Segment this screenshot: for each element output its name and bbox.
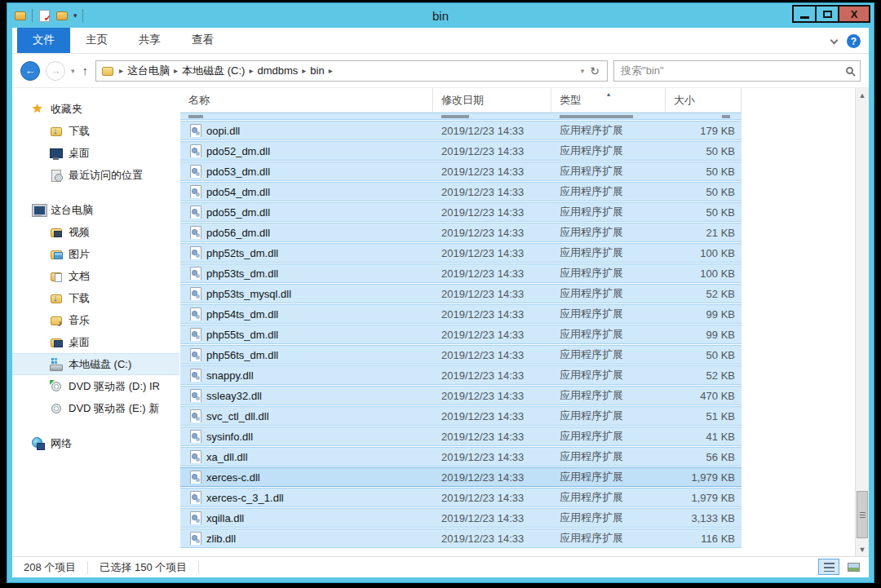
up-button[interactable]: ↑	[81, 64, 91, 77]
dll-file-icon	[188, 532, 201, 545]
table-row[interactable]: pdo52_dm.dll2019/12/23 14:33应用程序扩展50 KB	[180, 141, 742, 161]
table-row[interactable]: pdo55_dm.dll2019/12/23 14:33应用程序扩展50 KB	[180, 202, 742, 222]
column-header-修改日期[interactable]: 修改日期	[433, 88, 551, 112]
table-row[interactable]: xerces-c.dll2019/12/23 14:33应用程序扩展1,979 …	[180, 467, 742, 487]
breadcrumb[interactable]: ▸这台电脑▸本地磁盘 (C:)▸dmdbms▸bin▸ ▾ ↻	[95, 60, 608, 82]
sidebar-item-音乐[interactable]: 音乐	[12, 309, 179, 331]
table-row[interactable]: php52ts_dm.dll2019/12/23 14:33应用程序扩展100 …	[180, 243, 742, 263]
table-row-partial[interactable]	[180, 113, 742, 120]
breadcrumb-separator-icon: ▸	[117, 66, 125, 75]
table-row[interactable]: php55ts_dm.dll2019/12/23 14:33应用程序扩展99 K…	[180, 325, 742, 344]
file-type-cell: 应用程序扩展	[551, 470, 666, 484]
sidebar-item-收藏夹[interactable]: 收藏夹	[12, 98, 179, 120]
scroll-down-icon[interactable]: ▼	[856, 542, 869, 556]
folder-icon	[101, 64, 114, 77]
forward-button[interactable]: →	[46, 61, 65, 81]
table-row[interactable]: php53ts_mysql.dll2019/12/23 14:33应用程序扩展5…	[180, 284, 742, 303]
sidebar-item-最近访问的位置[interactable]: 最近访问的位置	[12, 164, 179, 186]
file-type-cell: 应用程序扩展	[551, 327, 666, 342]
help-icon[interactable]: ?	[847, 34, 861, 48]
tab-文件[interactable]: 文件	[17, 28, 70, 53]
breadcrumb-item[interactable]: 这台电脑	[125, 64, 172, 78]
scroll-up-icon[interactable]: ▲	[856, 88, 869, 102]
table-row[interactable]: snappy.dll2019/12/23 14:33应用程序扩展52 KB	[180, 365, 742, 385]
sidebar-item-本地磁盘 (C:)[interactable]: 本地磁盘 (C:)	[12, 353, 179, 375]
table-row[interactable]: php53ts_dm.dll2019/12/23 14:33应用程序扩展100 …	[180, 263, 742, 283]
minimize-button[interactable]	[792, 5, 817, 23]
dll-file-icon	[188, 206, 201, 219]
date-modified-cell: 2019/12/23 14:33	[433, 206, 551, 219]
sidebar-item-网络[interactable]: 网络	[12, 432, 179, 454]
refresh-icon[interactable]: ↻	[587, 64, 602, 77]
sidebar-item-视频[interactable]: 视频	[12, 221, 179, 243]
tab-查看[interactable]: 查看	[176, 28, 229, 53]
sidebar-item-DVD 驱动器 (E:) 新[interactable]: DVD 驱动器 (E:) 新	[12, 397, 179, 419]
sidebar-item-下载[interactable]: 下载	[12, 287, 179, 309]
file-name: php54ts_dm.dll	[206, 308, 278, 321]
maximize-button[interactable]	[815, 5, 839, 23]
clipped-content	[188, 115, 203, 118]
file-size-cell: 1,979 KB	[666, 471, 742, 484]
column-header-名称[interactable]: 名称	[180, 88, 433, 112]
breadcrumb-item[interactable]: 本地磁盘 (C:)	[179, 64, 247, 78]
close-button[interactable]: X	[838, 5, 870, 23]
desktop-folder-icon	[50, 336, 63, 349]
table-row[interactable]: ssleay32.dll2019/12/23 14:33应用程序扩展470 KB	[180, 386, 742, 405]
documents-folder-icon	[50, 270, 63, 283]
vertical-scrollbar[interactable]: ▲ ▼	[855, 88, 869, 556]
qat-customize-chevron-icon[interactable]: ▾	[73, 11, 77, 20]
sidebar-item-文档[interactable]: 文档	[12, 265, 179, 287]
file-name: sysinfo.dll	[206, 431, 253, 443]
table-row[interactable]: oopi.dll2019/12/23 14:33应用程序扩展179 KB	[180, 121, 742, 140]
column-header-类型[interactable]: ▲类型	[551, 88, 666, 112]
sidebar-item-label: 图片	[69, 247, 90, 262]
table-row[interactable]: svc_ctl_dll.dll2019/12/23 14:33应用程序扩展51 …	[180, 406, 742, 426]
close-icon: X	[851, 8, 858, 20]
sidebar-item-图片[interactable]: 图片	[12, 243, 179, 265]
file-size-cell: 50 KB	[666, 206, 742, 219]
partial-cell	[666, 113, 742, 118]
ribbon-collapse-chevron-icon[interactable]	[830, 36, 839, 44]
file-size-cell: 50 KB	[666, 186, 742, 198]
file-size-cell: 470 KB	[666, 390, 742, 402]
date-modified-cell: 2019/12/23 14:33	[433, 247, 551, 259]
file-type-cell: 应用程序扩展	[551, 164, 666, 179]
breadcrumb-item[interactable]: bin	[308, 64, 326, 77]
file-name-cell: php56ts_dm.dll	[180, 348, 433, 361]
back-button[interactable]: ←	[20, 61, 40, 81]
search-input[interactable]: 搜索"bin"	[613, 60, 861, 82]
history-dropdown-icon[interactable]: ▾	[71, 67, 75, 75]
table-row[interactable]: pdo54_dm.dll2019/12/23 14:33应用程序扩展50 KB	[180, 182, 742, 201]
file-type-cell: 应用程序扩展	[551, 531, 666, 546]
new-folder-icon[interactable]	[55, 9, 69, 22]
table-row[interactable]: xa_dll.dll2019/12/23 14:33应用程序扩展56 KB	[180, 447, 742, 466]
sidebar-item-桌面[interactable]: 桌面	[12, 331, 179, 353]
dll-file-icon	[188, 328, 201, 341]
sidebar-item-这台电脑[interactable]: 这台电脑	[12, 199, 179, 221]
sidebar-item-label: DVD 驱动器 (E:) 新	[69, 401, 159, 416]
date-modified-cell: 2019/12/23 14:33	[433, 349, 551, 361]
breadcrumb-item[interactable]: dmdbms	[255, 64, 300, 77]
table-row[interactable]: sysinfo.dll2019/12/23 14:33应用程序扩展41 KB	[180, 427, 742, 446]
tab-主页[interactable]: 主页	[70, 28, 123, 53]
sidebar-item-DVD 驱动器 (D:) IR[interactable]: DVD 驱动器 (D:) IR	[12, 375, 179, 397]
table-row[interactable]: xerces-c_3_1.dll2019/12/23 14:33应用程序扩展1,…	[180, 488, 742, 507]
table-row[interactable]: xqilla.dll2019/12/23 14:33应用程序扩展3,133 KB	[180, 508, 742, 528]
file-name: ssleay32.dll	[206, 390, 262, 402]
column-header-大小[interactable]: 大小	[666, 88, 742, 112]
thumbnails-view-icon	[848, 563, 860, 572]
table-row[interactable]: pdo53_dm.dll2019/12/23 14:33应用程序扩展50 KB	[180, 161, 742, 181]
tab-共享[interactable]: 共享	[123, 28, 176, 53]
scrollbar-thumb[interactable]	[857, 491, 868, 538]
table-row[interactable]: php54ts_dm.dll2019/12/23 14:33应用程序扩展99 K…	[180, 304, 742, 324]
sidebar-item-下载[interactable]: 下载	[12, 120, 179, 142]
sidebar-item-桌面[interactable]: 桌面	[12, 142, 179, 164]
table-row[interactable]: zlib.dll2019/12/23 14:33应用程序扩展116 KB	[180, 528, 742, 548]
details-view-button[interactable]	[818, 559, 839, 575]
divider	[82, 9, 83, 22]
table-row[interactable]: php56ts_dm.dll2019/12/23 14:33应用程序扩展50 K…	[180, 345, 742, 365]
table-row[interactable]: pdo56_dm.dll2019/12/23 14:33应用程序扩展21 KB	[180, 223, 742, 242]
properties-icon[interactable]	[38, 9, 51, 22]
address-dropdown-icon[interactable]: ▾	[581, 67, 585, 75]
thumbnails-view-button[interactable]	[843, 559, 864, 575]
